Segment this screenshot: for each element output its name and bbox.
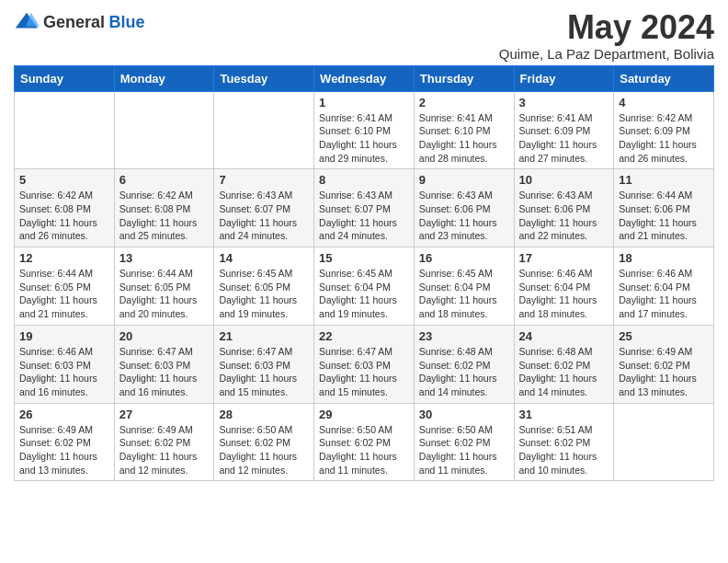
day-info: Sunrise: 6:43 AMSunset: 6:07 PMDaylight:… bbox=[219, 189, 309, 243]
day-number: 17 bbox=[519, 251, 609, 265]
day-info: Sunrise: 6:45 AMSunset: 6:04 PMDaylight:… bbox=[319, 267, 409, 321]
day-number: 25 bbox=[619, 329, 709, 343]
day-info: Sunrise: 6:47 AMSunset: 6:03 PMDaylight:… bbox=[219, 345, 309, 399]
day-number: 1 bbox=[319, 96, 409, 109]
calendar-day-cell: 19Sunrise: 6:46 AMSunset: 6:03 PMDayligh… bbox=[15, 325, 115, 403]
weekday-header-cell: Thursday bbox=[414, 65, 514, 91]
day-info: Sunrise: 6:44 AMSunset: 6:06 PMDaylight:… bbox=[619, 189, 709, 243]
day-info: Sunrise: 6:47 AMSunset: 6:03 PMDaylight:… bbox=[119, 345, 210, 399]
day-info: Sunrise: 6:49 AMSunset: 6:02 PMDaylight:… bbox=[619, 345, 709, 399]
day-number: 7 bbox=[219, 173, 309, 187]
day-info: Sunrise: 6:41 AMSunset: 6:09 PMDaylight:… bbox=[519, 111, 609, 166]
day-number: 10 bbox=[519, 173, 609, 187]
day-number: 15 bbox=[319, 251, 409, 265]
calendar-day-cell: 1Sunrise: 6:41 AMSunset: 6:10 PMDaylight… bbox=[314, 91, 415, 169]
calendar-day-cell bbox=[15, 91, 115, 169]
day-number: 21 bbox=[219, 329, 309, 343]
day-number: 29 bbox=[319, 408, 409, 421]
weekday-header-cell: Tuesday bbox=[214, 65, 314, 91]
page-header: General Blue May 2024 Quime, La Paz Depa… bbox=[14, 9, 714, 62]
day-info: Sunrise: 6:42 AMSunset: 6:08 PMDaylight:… bbox=[119, 189, 210, 243]
calendar-day-cell: 9Sunrise: 6:43 AMSunset: 6:06 PMDaylight… bbox=[414, 169, 514, 247]
calendar-day-cell: 4Sunrise: 6:42 AMSunset: 6:09 PMDaylight… bbox=[614, 91, 714, 169]
calendar-day-cell bbox=[614, 403, 714, 481]
day-number: 23 bbox=[419, 329, 509, 343]
day-number: 5 bbox=[19, 173, 109, 187]
calendar-week-row: 12Sunrise: 6:44 AMSunset: 6:05 PMDayligh… bbox=[15, 247, 714, 326]
calendar-day-cell: 11Sunrise: 6:44 AMSunset: 6:06 PMDayligh… bbox=[614, 169, 714, 247]
day-info: Sunrise: 6:46 AMSunset: 6:03 PMDaylight:… bbox=[19, 345, 109, 399]
day-number: 28 bbox=[219, 408, 309, 421]
day-info: Sunrise: 6:48 AMSunset: 6:02 PMDaylight:… bbox=[519, 345, 609, 399]
day-info: Sunrise: 6:43 AMSunset: 6:06 PMDaylight:… bbox=[519, 189, 609, 243]
day-number: 22 bbox=[319, 329, 409, 343]
calendar-day-cell: 17Sunrise: 6:46 AMSunset: 6:04 PMDayligh… bbox=[514, 247, 614, 326]
calendar-day-cell: 3Sunrise: 6:41 AMSunset: 6:09 PMDaylight… bbox=[514, 91, 614, 169]
day-info: Sunrise: 6:41 AMSunset: 6:10 PMDaylight:… bbox=[319, 111, 409, 166]
day-number: 24 bbox=[519, 329, 609, 343]
calendar-table: SundayMondayTuesdayWednesdayThursdayFrid… bbox=[14, 65, 714, 482]
day-number: 11 bbox=[619, 173, 709, 187]
day-info: Sunrise: 6:47 AMSunset: 6:03 PMDaylight:… bbox=[319, 345, 409, 399]
calendar-week-row: 5Sunrise: 6:42 AMSunset: 6:08 PMDaylight… bbox=[15, 169, 714, 247]
title-section: May 2024 Quime, La Paz Department, Boliv… bbox=[499, 9, 714, 62]
calendar-week-row: 1Sunrise: 6:41 AMSunset: 6:10 PMDaylight… bbox=[15, 91, 714, 169]
calendar-day-cell: 20Sunrise: 6:47 AMSunset: 6:03 PMDayligh… bbox=[114, 325, 214, 403]
day-number: 27 bbox=[119, 408, 210, 421]
calendar-day-cell bbox=[214, 91, 314, 169]
calendar-week-row: 26Sunrise: 6:49 AMSunset: 6:02 PMDayligh… bbox=[15, 403, 714, 481]
weekday-header-cell: Friday bbox=[514, 65, 614, 91]
calendar-day-cell: 31Sunrise: 6:51 AMSunset: 6:02 PMDayligh… bbox=[514, 403, 614, 481]
calendar-day-cell bbox=[114, 91, 214, 169]
calendar-day-cell: 8Sunrise: 6:43 AMSunset: 6:07 PMDaylight… bbox=[314, 169, 415, 247]
calendar-day-cell: 10Sunrise: 6:43 AMSunset: 6:06 PMDayligh… bbox=[514, 169, 614, 247]
day-info: Sunrise: 6:42 AMSunset: 6:08 PMDaylight:… bbox=[19, 189, 109, 243]
calendar-day-cell: 7Sunrise: 6:43 AMSunset: 6:07 PMDaylight… bbox=[214, 169, 314, 247]
calendar-day-cell: 6Sunrise: 6:42 AMSunset: 6:08 PMDaylight… bbox=[114, 169, 214, 247]
day-number: 8 bbox=[319, 173, 409, 187]
location-title: Quime, La Paz Department, Bolivia bbox=[499, 46, 714, 62]
calendar-day-cell: 2Sunrise: 6:41 AMSunset: 6:10 PMDaylight… bbox=[414, 91, 514, 169]
day-number: 31 bbox=[519, 408, 609, 421]
day-info: Sunrise: 6:50 AMSunset: 6:02 PMDaylight:… bbox=[319, 423, 409, 477]
calendar-day-cell: 24Sunrise: 6:48 AMSunset: 6:02 PMDayligh… bbox=[514, 325, 614, 403]
month-title: May 2024 bbox=[499, 9, 714, 46]
calendar-day-cell: 26Sunrise: 6:49 AMSunset: 6:02 PMDayligh… bbox=[15, 403, 115, 481]
calendar-day-cell: 29Sunrise: 6:50 AMSunset: 6:02 PMDayligh… bbox=[314, 403, 415, 481]
day-info: Sunrise: 6:41 AMSunset: 6:10 PMDaylight:… bbox=[419, 111, 509, 166]
weekday-header-cell: Monday bbox=[114, 65, 214, 91]
day-info: Sunrise: 6:45 AMSunset: 6:05 PMDaylight:… bbox=[219, 267, 309, 321]
calendar-day-cell: 25Sunrise: 6:49 AMSunset: 6:02 PMDayligh… bbox=[614, 325, 714, 403]
calendar-day-cell: 18Sunrise: 6:46 AMSunset: 6:04 PMDayligh… bbox=[614, 247, 714, 326]
calendar-day-cell: 12Sunrise: 6:44 AMSunset: 6:05 PMDayligh… bbox=[15, 247, 115, 326]
calendar-day-cell: 21Sunrise: 6:47 AMSunset: 6:03 PMDayligh… bbox=[214, 325, 314, 403]
weekday-header-cell: Saturday bbox=[614, 65, 714, 91]
weekday-header-cell: Wednesday bbox=[314, 65, 415, 91]
day-number: 12 bbox=[19, 251, 109, 265]
day-info: Sunrise: 6:50 AMSunset: 6:02 PMDaylight:… bbox=[419, 423, 509, 477]
day-info: Sunrise: 6:51 AMSunset: 6:02 PMDaylight:… bbox=[519, 423, 609, 477]
weekday-header-cell: Sunday bbox=[15, 65, 115, 91]
day-number: 30 bbox=[419, 408, 509, 421]
day-info: Sunrise: 6:46 AMSunset: 6:04 PMDaylight:… bbox=[619, 267, 709, 321]
calendar-day-cell: 30Sunrise: 6:50 AMSunset: 6:02 PMDayligh… bbox=[414, 403, 514, 481]
logo-icon bbox=[14, 9, 40, 35]
weekday-header-row: SundayMondayTuesdayWednesdayThursdayFrid… bbox=[15, 65, 714, 91]
day-info: Sunrise: 6:43 AMSunset: 6:06 PMDaylight:… bbox=[419, 189, 509, 243]
day-info: Sunrise: 6:44 AMSunset: 6:05 PMDaylight:… bbox=[119, 267, 210, 321]
day-number: 13 bbox=[119, 251, 210, 265]
day-info: Sunrise: 6:48 AMSunset: 6:02 PMDaylight:… bbox=[419, 345, 509, 399]
day-number: 2 bbox=[419, 96, 509, 109]
logo: General Blue bbox=[14, 9, 145, 35]
day-info: Sunrise: 6:43 AMSunset: 6:07 PMDaylight:… bbox=[319, 189, 409, 243]
day-number: 14 bbox=[219, 251, 309, 265]
calendar-day-cell: 14Sunrise: 6:45 AMSunset: 6:05 PMDayligh… bbox=[214, 247, 314, 326]
day-number: 3 bbox=[519, 96, 609, 109]
day-number: 19 bbox=[19, 329, 109, 343]
calendar-day-cell: 22Sunrise: 6:47 AMSunset: 6:03 PMDayligh… bbox=[314, 325, 415, 403]
day-info: Sunrise: 6:46 AMSunset: 6:04 PMDaylight:… bbox=[519, 267, 609, 321]
day-number: 26 bbox=[19, 408, 109, 421]
calendar-day-cell: 16Sunrise: 6:45 AMSunset: 6:04 PMDayligh… bbox=[414, 247, 514, 326]
logo-general: General Blue bbox=[43, 14, 145, 31]
day-info: Sunrise: 6:50 AMSunset: 6:02 PMDaylight:… bbox=[219, 423, 309, 477]
